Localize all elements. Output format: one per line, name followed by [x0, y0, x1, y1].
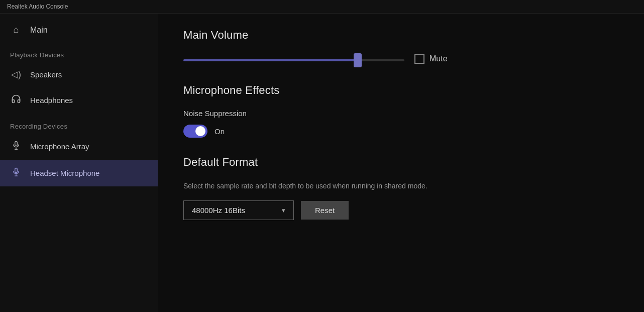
- sidebar-speakers-label: Speakers: [30, 70, 62, 79]
- noise-suppression-label: Noise Suppression: [183, 109, 619, 118]
- sidebar-headset-microphone-label: Headset Microphone: [30, 169, 99, 177]
- reset-button[interactable]: Reset: [301, 201, 349, 220]
- effects-section-title: Microphone Effects: [183, 84, 619, 97]
- volume-row: Mute: [183, 54, 619, 64]
- home-icon: ⌂: [10, 25, 22, 35]
- format-controls: 48000Hz 16Bits ▾ Reset: [183, 200, 619, 220]
- microphone-array-icon: [10, 140, 22, 153]
- mute-checkbox[interactable]: [414, 54, 424, 64]
- format-selected-value: 48000Hz 16Bits: [192, 206, 245, 215]
- noise-suppression-toggle-row: On: [183, 125, 619, 138]
- svg-rect-0: [15, 142, 18, 146]
- mute-label: Mute: [430, 54, 448, 63]
- volume-slider-wrapper: [183, 54, 404, 63]
- sidebar-main-label: Main: [30, 26, 48, 35]
- headset-mic-icon: [10, 167, 22, 179]
- sidebar: ⌂ Main Playback Devices ◁) Speakers Head…: [0, 14, 158, 312]
- sidebar-item-headset-microphone[interactable]: Headset Microphone: [0, 160, 158, 186]
- mute-row: Mute: [414, 54, 448, 64]
- format-dropdown[interactable]: 48000Hz 16Bits ▾: [183, 200, 294, 220]
- format-section: Default Format Select the sample rate an…: [183, 156, 619, 220]
- format-section-title: Default Format: [183, 156, 619, 169]
- sidebar-microphone-array-label: Microphone Array: [30, 142, 89, 151]
- main-content: Main Volume Mute Microphone Effects Nois…: [158, 14, 644, 312]
- sidebar-item-microphone-array[interactable]: Microphone Array: [0, 133, 158, 160]
- sidebar-headphones-label: Headphones: [30, 96, 73, 105]
- svg-rect-3: [15, 168, 18, 173]
- noise-suppression-toggle[interactable]: [183, 125, 207, 138]
- effects-section: Microphone Effects Noise Suppression On: [183, 84, 619, 138]
- recording-devices-header: Recording Devices: [0, 114, 158, 133]
- sidebar-item-main[interactable]: ⌂ Main: [0, 18, 158, 42]
- toggle-knob: [195, 126, 205, 136]
- playback-devices-header: Playback Devices: [0, 42, 158, 62]
- speaker-icon: ◁): [10, 69, 22, 80]
- volume-section-title: Main Volume: [183, 29, 619, 42]
- volume-slider[interactable]: [183, 59, 404, 61]
- format-description: Select the sample rate and bit depth to …: [183, 181, 619, 191]
- sidebar-item-speakers[interactable]: ◁) Speakers: [0, 62, 158, 87]
- sidebar-item-headphones[interactable]: Headphones: [0, 87, 158, 114]
- noise-suppression-value: On: [214, 127, 225, 136]
- app-title: Realtek Audio Console: [7, 3, 68, 10]
- headphones-icon: [10, 94, 22, 107]
- chevron-down-icon: ▾: [282, 206, 285, 214]
